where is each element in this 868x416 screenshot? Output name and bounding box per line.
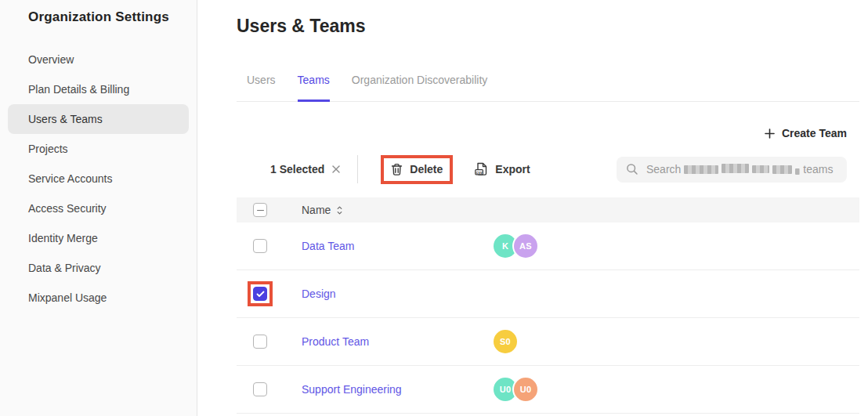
- main-content: Users & Teams UsersTeamsOrganization Dis…: [197, 0, 868, 416]
- tab-bar: UsersTeamsOrganization Discoverability: [237, 74, 859, 102]
- redacted-text-block: [684, 165, 718, 174]
- sidebar-item-label: Identity Merge: [28, 232, 98, 244]
- team-name-link[interactable]: Product Team: [302, 335, 369, 348]
- row-checkbox[interactable]: [253, 287, 267, 301]
- delete-button[interactable]: Delete: [391, 163, 443, 176]
- team-name-link[interactable]: Support Engineering: [302, 383, 402, 396]
- select-all-checkbox[interactable]: [253, 203, 267, 217]
- sidebar-item-label: Users & Teams: [28, 113, 103, 125]
- bulk-actions-toolbar: 1 Selected Delete: [237, 152, 847, 186]
- table-row: Design: [237, 270, 859, 318]
- export-button[interactable]: csv Export: [475, 162, 530, 176]
- avatar: U0: [514, 378, 537, 401]
- sidebar-item-access-security[interactable]: Access Security: [8, 194, 189, 223]
- avatar-group: U0U0: [494, 378, 859, 401]
- page-title: Users & Teams: [237, 16, 868, 36]
- selected-count: 1 Selected: [270, 163, 324, 175]
- sort-icon[interactable]: [336, 205, 343, 215]
- search-icon: [626, 163, 638, 175]
- row-checkbox[interactable]: [253, 239, 267, 253]
- name-column-header: Name: [302, 204, 331, 216]
- create-team-button[interactable]: Create Team: [765, 127, 847, 139]
- avatar-group: S0: [494, 330, 859, 353]
- row-checkbox[interactable]: [253, 335, 267, 349]
- search-placeholder: Search teams: [646, 163, 833, 175]
- create-team-label: Create Team: [782, 127, 847, 139]
- sidebar-item-overview[interactable]: Overview: [8, 45, 189, 74]
- sidebar-title: Organization Settings: [28, 9, 186, 25]
- sidebar-item-users-teams[interactable]: Users & Teams: [8, 104, 189, 134]
- search-input[interactable]: Search teams: [617, 157, 847, 183]
- export-label: Export: [495, 163, 530, 175]
- sidebar-item-projects[interactable]: Projects: [8, 134, 189, 164]
- tab-teams[interactable]: Teams: [298, 74, 330, 102]
- table-row: Support Engineering U0U0: [237, 366, 859, 414]
- avatar-group: KAS: [494, 234, 859, 258]
- sidebar-item-label: Projects: [28, 143, 68, 155]
- row-checkbox[interactable]: [253, 382, 267, 396]
- trash-icon: [391, 163, 403, 176]
- tab-users[interactable]: Users: [247, 74, 276, 102]
- toolbar-divider: [357, 155, 358, 183]
- redacted-text-block: [772, 165, 792, 174]
- csv-file-icon: csv: [475, 162, 488, 176]
- sidebar-item-service-accounts[interactable]: Service Accounts: [8, 164, 189, 194]
- clear-selection-button[interactable]: [331, 165, 341, 174]
- table-header: Name: [237, 197, 859, 222]
- redacted-text-block: [752, 165, 769, 173]
- delete-label: Delete: [410, 163, 443, 175]
- table-row: Product Team S0: [237, 318, 859, 366]
- team-name-link[interactable]: Design: [302, 288, 336, 300]
- sidebar-item-label: Access Security: [28, 202, 107, 215]
- table-row: Data Team KAS: [237, 222, 859, 270]
- sidebar-item-label: Plan Details & Billing: [28, 83, 129, 96]
- redacted-text-block: [722, 164, 749, 173]
- sidebar-nav: Overview Plan Details & Billing Users & …: [0, 45, 197, 313]
- plus-icon: [765, 128, 775, 139]
- avatar: AS: [514, 234, 537, 258]
- table-body: Data Team KAS Design Prod: [197, 222, 868, 414]
- sidebar-item-data-privacy[interactable]: Data & Privacy: [8, 253, 189, 283]
- sidebar: Organization Settings Overview Plan Deta…: [0, 0, 197, 416]
- tab-organization-discoverability[interactable]: Organization Discoverability: [352, 74, 488, 102]
- delete-annotation-highlight: Delete: [381, 155, 453, 184]
- sidebar-item-plan-details-billing[interactable]: Plan Details & Billing: [8, 74, 189, 104]
- sidebar-item-label: Data & Privacy: [28, 262, 101, 274]
- team-name-link[interactable]: Data Team: [302, 240, 354, 252]
- avatar: S0: [494, 330, 517, 353]
- sidebar-item-label: Service Accounts: [28, 172, 112, 185]
- sidebar-item-identity-merge[interactable]: Identity Merge: [8, 223, 189, 253]
- sidebar-item-label: Mixpanel Usage: [28, 291, 107, 304]
- close-icon: [331, 165, 341, 174]
- teams-table: Name Data Team KAS: [197, 197, 868, 414]
- sidebar-item-mixpanel-usage[interactable]: Mixpanel Usage: [8, 283, 189, 313]
- svg-text:csv: csv: [476, 171, 483, 175]
- redacted-text-block: [795, 168, 800, 175]
- sidebar-item-label: Overview: [28, 53, 74, 66]
